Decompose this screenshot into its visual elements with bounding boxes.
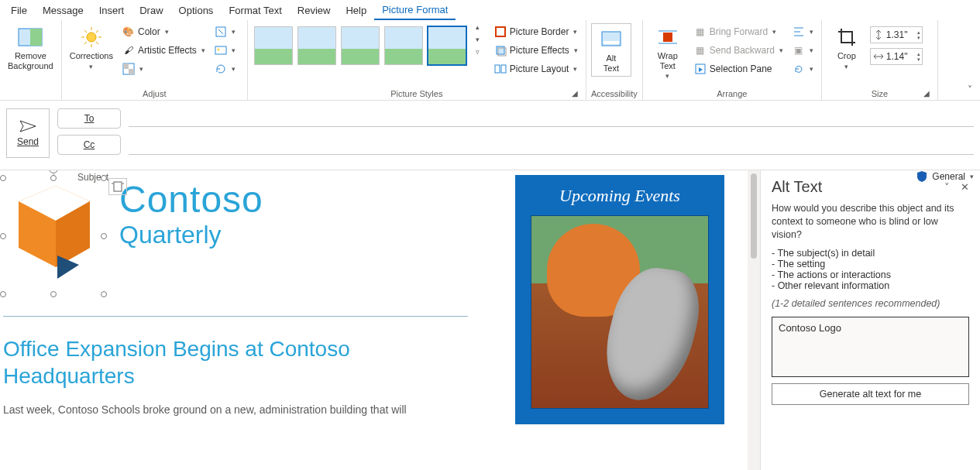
alt-text-icon xyxy=(599,27,624,52)
compose-header: Send To Cc Subject General ▾ xyxy=(0,101,980,170)
picture-layout-button[interactable]: Picture Layout▾ xyxy=(491,60,581,77)
svg-rect-20 xyxy=(495,65,500,73)
menu-review[interactable]: Review xyxy=(290,2,339,19)
wrap-text-icon xyxy=(655,25,680,50)
upcoming-events-panel: Upcoming Events xyxy=(515,175,724,424)
svg-rect-13 xyxy=(129,69,134,74)
newsletter-title: Contoso Quarterly xyxy=(119,178,263,249)
color-button[interactable]: 🎨 Color▾ xyxy=(119,23,208,40)
gallery-up-button[interactable]: ▴ xyxy=(473,23,483,34)
border-icon xyxy=(494,26,507,38)
width-down[interactable]: ▾ xyxy=(917,57,920,62)
alt-text-pane: Alt Text ˅ ✕ How would you describe this… xyxy=(760,170,980,470)
send-backward-button: ▦ Send Backward▾ xyxy=(691,42,786,59)
svg-rect-24 xyxy=(663,33,672,42)
styles-dialog-launcher-icon[interactable]: ◢ xyxy=(570,89,579,98)
style-thumb-2[interactable] xyxy=(297,26,336,65)
cc-field[interactable] xyxy=(129,139,974,155)
svg-rect-1 xyxy=(30,29,42,46)
effects-icon xyxy=(494,44,507,57)
height-down[interactable]: ▾ xyxy=(917,35,920,40)
pane-options-button[interactable]: ˅ xyxy=(944,181,950,193)
style-thumb-5[interactable] xyxy=(428,26,466,65)
to-field[interactable] xyxy=(129,111,974,127)
collapse-ribbon-button[interactable]: ˅ xyxy=(963,83,977,97)
wrap-text-button[interactable]: Wrap Text ▾ xyxy=(648,23,688,81)
sun-icon xyxy=(79,25,104,50)
menu-draw[interactable]: Draw xyxy=(132,2,170,19)
selection-pane-icon xyxy=(694,63,707,75)
generate-alt-text-button[interactable]: Generate alt text for me xyxy=(772,383,969,405)
menu-picture-format[interactable]: Picture Format xyxy=(374,1,456,20)
svg-rect-17 xyxy=(496,27,505,36)
reset-picture-button[interactable]: ▾ xyxy=(211,60,239,77)
cc-button[interactable]: Cc xyxy=(57,135,121,155)
rotate-icon xyxy=(793,63,805,75)
pane-bullets: - The subject(s) in detail - The setting… xyxy=(772,248,969,291)
picture-effects-button[interactable]: Picture Effects▾ xyxy=(491,42,581,59)
menu-format-text[interactable]: Format Text xyxy=(221,2,289,19)
menu-help[interactable]: Help xyxy=(338,2,374,19)
transparency-icon xyxy=(122,63,135,75)
rotate-button[interactable]: ▾ xyxy=(789,60,817,77)
align-button[interactable]: ▾ xyxy=(789,23,817,40)
corrections-button[interactable]: Corrections ▾ xyxy=(67,23,116,72)
resize-handle-ne[interactable] xyxy=(101,175,107,181)
vertical-scrollbar[interactable] xyxy=(748,170,760,470)
bring-forward-icon: ▦ xyxy=(694,26,707,38)
artistic-effects-button[interactable]: 🖌 Artistic Effects▾ xyxy=(119,42,208,59)
width-up[interactable]: ▴ xyxy=(917,51,920,57)
resize-handle-s[interactable] xyxy=(50,291,57,297)
resize-handle-e[interactable] xyxy=(101,233,107,239)
height-up[interactable]: ▴ xyxy=(917,29,920,35)
menu-options[interactable]: Options xyxy=(171,2,222,19)
style-thumb-4[interactable] xyxy=(384,26,423,65)
alt-text-input[interactable]: Contoso Logo xyxy=(772,317,969,377)
resize-handle-w[interactable] xyxy=(0,233,6,239)
pane-hint: (1-2 detailed sentences recommended) xyxy=(772,297,969,310)
gallery-down-button[interactable]: ▾ xyxy=(473,36,483,46)
svg-rect-35 xyxy=(114,182,122,191)
palette-icon: 🎨 xyxy=(122,26,135,38)
rotate-handle[interactable] xyxy=(49,170,58,173)
menu-file[interactable]: File xyxy=(3,2,35,19)
svg-rect-21 xyxy=(501,65,506,73)
send-backward-icon: ▦ xyxy=(694,44,707,57)
menu-insert[interactable]: Insert xyxy=(91,2,132,19)
gallery-more-button[interactable]: ▿ xyxy=(473,48,483,59)
selected-image-contoso-logo[interactable] xyxy=(3,178,104,294)
selection-pane-button[interactable]: Selection Pane xyxy=(691,60,786,77)
shape-height-input[interactable]: 1.31" ▴▾ xyxy=(870,26,923,43)
layout-icon xyxy=(494,63,507,75)
picture-style-gallery[interactable] xyxy=(253,23,468,68)
transparency-button[interactable]: ▾ xyxy=(119,60,208,77)
alt-text-button[interactable]: Alt Text xyxy=(591,23,631,77)
size-dialog-launcher-icon[interactable]: ◢ xyxy=(922,89,931,98)
group-icon: ▣ xyxy=(793,44,805,57)
resize-handle-sw[interactable] xyxy=(0,291,6,297)
crop-icon xyxy=(834,25,859,50)
picture-border-button[interactable]: Picture Border▾ xyxy=(491,23,581,40)
events-image xyxy=(531,215,709,409)
style-thumb-3[interactable] xyxy=(341,26,380,65)
width-icon xyxy=(872,50,885,63)
message-body[interactable]: Contoso Quarterly Office Expansion Begin… xyxy=(0,170,748,470)
compress-pictures-button[interactable]: ▾ xyxy=(211,23,239,40)
resize-handle-n[interactable] xyxy=(50,175,57,181)
remove-background-icon xyxy=(18,25,43,50)
shape-width-input[interactable]: 1.14" ▴▾ xyxy=(870,48,923,65)
change-picture-button[interactable]: ▾ xyxy=(211,42,239,59)
layout-options-button[interactable] xyxy=(108,178,127,195)
crop-button[interactable]: Crop ▾ xyxy=(827,23,867,72)
menu-message[interactable]: Message xyxy=(35,2,91,19)
ribbon: Remove Background Corrections ▾ 🎨 Color▾… xyxy=(0,20,980,101)
resize-handle-se[interactable] xyxy=(101,291,107,297)
scroll-thumb[interactable] xyxy=(751,173,757,259)
style-thumb-1[interactable] xyxy=(254,26,293,65)
pane-close-button[interactable]: ✕ xyxy=(961,181,969,193)
to-button[interactable]: To xyxy=(57,108,121,129)
send-button[interactable]: Send xyxy=(6,108,50,158)
remove-background-button[interactable]: Remove Background xyxy=(5,23,57,72)
resize-handle-nw[interactable] xyxy=(0,175,6,181)
group-accessibility-label: Accessibility xyxy=(591,87,638,100)
